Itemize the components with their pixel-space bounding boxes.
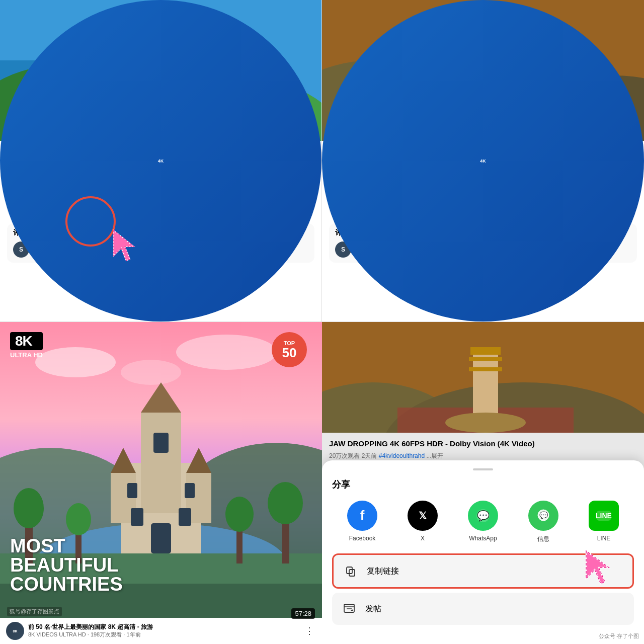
svg-rect-62 [151,523,171,553]
channel-icon-right[interactable]: 4K [329,176,347,194]
messages-label: 信息 [537,535,549,543]
most-beautiful-text: MOST BEAUTIFUL COUNTRIES [10,536,123,594]
svg-rect-58 [127,483,137,498]
channel-icon-8k: 8K [6,622,24,640]
duration-badge: 57:28 [291,608,315,619]
share-apps-row: f Facebook 𝕏 X [332,501,634,543]
more-btn-8k[interactable]: ⋮ [303,623,316,638]
share-app-messages[interactable]: 💬 信息 [528,501,558,543]
most-text-line3: COUNTRIES [10,575,123,594]
svg-rect-57 [153,433,169,453]
svg-point-70 [66,503,91,535]
top50-circle: TOP 50 [272,332,307,367]
top-right-video-info: JAW DROPPING 4K 60FPS HDR - Dolby Vision… [322,141,644,269]
badge-ultra-hd: ULTRA HD [10,351,43,359]
svg-rect-80 [469,357,502,361]
svg-rect-61 [179,508,191,526]
screen-grid: JAW DROPPING 4K 60FPS HDR - Dolby Vision… [0,0,644,644]
svg-rect-51 [141,413,181,513]
share-sheet-title: 分享 [332,478,634,491]
svg-point-66 [14,488,44,528]
facebook-label: Facebook [349,535,376,542]
top50-badge: TOP 50 [272,332,307,367]
share-app-whatsapp[interactable]: 💬 WhatsApp [468,501,498,543]
svg-point-45 [121,360,181,385]
8k-video-meta: 8K VIDEOS ULTRA HD · 198万次观看 · 1年前 [28,631,299,638]
badge-8k-text: 8K [10,332,43,350]
svg-text:𝕏: 𝕏 [419,510,427,521]
post-btn[interactable]: 发帖 [332,593,634,625]
8k-video-title: 前 50 名·世界上最美丽的国家 8K 超高清 - 旅游 [28,623,299,631]
most-text-line1: MOST [10,536,123,555]
svg-rect-81 [469,367,502,371]
svg-point-44 [176,335,277,370]
copy-link-btn[interactable]: 复制链接 [332,553,634,589]
post-label: 发帖 [365,604,381,614]
svg-rect-59 [185,483,195,498]
post-icon [340,600,358,618]
share-app-facebook[interactable]: f Facebook [347,501,377,543]
svg-text:💬: 💬 [539,511,548,520]
share-app-line[interactable]: LINE LINE [589,501,619,543]
channel-row-right: 4K 4K Video ULTRA HD 3.54万 订阅 [329,176,637,194]
copy-link-icon [342,562,360,580]
channel-row-left: 4K 4K Video ULTR... 3.54万 订阅 [7,176,314,194]
bottom-right-quadrant: JAW DROPPING 4K 60FPS HDR - Dolby Vision… [322,322,644,644]
svg-text:f: f [360,508,365,523]
top-left-video-info: JAW DROPPING 4K 60FPS HDR - Dolby Vision… [0,141,321,269]
line-label: LINE [597,535,611,542]
x-label: X [421,535,425,542]
line-icon: LINE [589,501,619,531]
svg-point-43 [35,347,116,377]
video-8k-background: 8K ULTRA HD TOP 50 MOST BEAUTIFUL COUNTR… [0,322,322,644]
svg-point-72 [225,497,254,532]
svg-text:💬: 💬 [477,510,490,522]
br-video-meta: 20万次观看 2天前 #4kvideoulthrahd ...展开 [329,452,637,460]
channel-icon-left[interactable]: 4K [7,176,25,194]
svg-point-82 [445,413,526,433]
share-app-x[interactable]: 𝕏 X [408,501,438,543]
share-sheet: 分享 f Facebook 𝕏 [322,460,644,644]
facebook-icon: f [347,501,377,531]
most-text-line2: BEAUTIFUL [10,555,123,575]
top-left-quadrant: JAW DROPPING 4K 60FPS HDR - Dolby Vision… [0,0,322,322]
whatsapp-icon: 💬 [468,501,498,531]
top-right-quadrant: JAW DROPPING 4K 60FPS HDR - Dolby Vision… [322,0,644,322]
bottom-left-quadrant: 8K ULTRA HD TOP 50 MOST BEAUTIFUL COUNTR… [0,322,322,644]
svg-rect-94 [344,604,354,612]
svg-rect-60 [131,508,143,526]
top50-num-text: 50 [282,346,297,359]
share-sheet-handle [473,468,493,470]
br-video-title: JAW DROPPING 4K 60FPS HDR - Dolby Vision… [329,439,637,449]
bottom-video-info: 8K 前 50 名·世界上最美丽的国家 8K 超高清 - 旅游 8K VIDEO… [0,618,322,644]
whatsapp-label: WhatsApp [469,535,497,542]
badge-8k: 8K ULTRA HD [10,332,43,359]
svg-text:LINE: LINE [596,512,612,520]
svg-rect-79 [470,347,501,355]
messages-icon: 💬 [528,501,558,531]
x-icon: 𝕏 [408,501,438,531]
svg-point-68 [268,482,303,524]
copy-link-label: 复制链接 [367,566,399,577]
watermark-left: 狐号@存了存图景点 [7,607,62,616]
wechat-watermark-br: 公众号·存了个图 [599,632,639,640]
